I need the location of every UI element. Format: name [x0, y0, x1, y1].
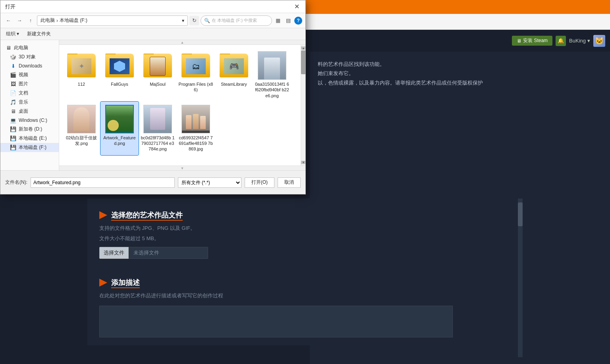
- file-anime3-thumb: [143, 105, 172, 133]
- sidebar-label-drive-e: 本地磁盘 (E:): [19, 135, 47, 142]
- scrollbar-thumb[interactable]: [518, 202, 523, 226]
- dialog-view-tiles-btn[interactable]: ▦: [274, 16, 282, 25]
- anime1-img: [258, 51, 286, 80]
- desktop-icon: 🖥: [10, 108, 16, 115]
- folder-fallguys-icon: [105, 54, 134, 77]
- folder-steam-icon: 🎮: [220, 54, 248, 77]
- folder-program-name: Program Files (x86): [178, 81, 213, 93]
- file-area-scrollbar[interactable]: ▲ ▼: [301, 45, 305, 166]
- desc-section-title: 添加描述: [111, 278, 140, 287]
- folder-program-files[interactable]: 🗂 Program Files (x86): [177, 48, 215, 102]
- organize-btn[interactable]: 组织 ▾: [4, 30, 21, 38]
- sidebar-item-computer[interactable]: 🖥 此电脑: [0, 43, 59, 52]
- upload-desc-2: 文件大小不能超过 5 MB。: [99, 235, 473, 242]
- description-textarea[interactable]: [99, 306, 453, 337]
- file-anime1[interactable]: 0aa31500134f1 6f620fbd940bf b22e6.png: [253, 48, 291, 102]
- dialog-forward-btn[interactable]: →: [15, 16, 24, 25]
- user-avatar[interactable]: 🐱: [593, 35, 605, 47]
- dialog-back-btn[interactable]: ←: [4, 16, 13, 25]
- sidebar-item-pictures[interactable]: 🖼 图片: [0, 79, 59, 89]
- dialog-bottom-bar: 文件名(N): 所有文件 (*.*) 打开(O) 取消: [0, 170, 305, 194]
- content-text-3: 以，色情或裸露，以及暴力内容。请举报此类艺术作品或任何受版权保护: [318, 78, 602, 87]
- scrollbar-thumb-dialog[interactable]: [301, 50, 305, 74]
- sidebar-label-windows: Windows (C:): [19, 117, 47, 123]
- sidebar-item-documents[interactable]: 📄 文档: [0, 89, 59, 98]
- artwork-img: [105, 105, 134, 133]
- scrollbar-down[interactable]: ▼: [301, 161, 305, 164]
- selected-file-display: 未选择文件: [129, 247, 208, 259]
- sidebar-item-video[interactable]: 🎬 视频: [0, 70, 59, 79]
- sidebar-item-drive-f[interactable]: 💾 本地磁盘 (F:): [0, 143, 59, 152]
- page-scrollbar[interactable]: [518, 198, 523, 357]
- folder-majsoul[interactable]: MajSoul: [139, 48, 177, 102]
- folder-steamlibrary[interactable]: 🎮 SteamLibrary: [215, 48, 253, 102]
- user-menu[interactable]: BuKing ▾: [569, 38, 590, 44]
- sidebar-label-downloads: Downloads: [19, 63, 42, 69]
- folder-112[interactable]: ✦ 112: [62, 48, 100, 102]
- sidebar-label-desktop: 桌面: [19, 108, 28, 115]
- folder-112-icon: ✦: [67, 54, 96, 77]
- drive-d-icon: 💾: [10, 126, 16, 133]
- search-placeholder: 在 本地磁盘 (F:) 中搜索: [212, 17, 257, 23]
- open-file-btn[interactable]: 打开(O): [245, 177, 274, 188]
- folder-steam-name: SteamLibrary: [221, 81, 247, 87]
- install-steam-btn[interactable]: 🖥 安装 Steam: [512, 36, 552, 46]
- music-icon: 🎵: [10, 99, 16, 106]
- upload-desc-1: 支持的文件格式为 JPG、PNG 以及 GIF。: [99, 225, 473, 232]
- scrollbar-up[interactable]: ▲: [301, 46, 305, 50]
- path-sep1: ›: [56, 18, 58, 23]
- sidebar-item-downloads[interactable]: ⬇ Downloads: [0, 62, 59, 70]
- scroll-up-arrow[interactable]: ▲: [59, 40, 305, 45]
- file-artwork-featured[interactable]: Artwork_Featured.png: [100, 102, 139, 155]
- sidebar-item-music[interactable]: 🎵 音乐: [0, 98, 59, 107]
- file-anime1-name: 0aa31500134f1 6f620fbd940bf b22e6.png: [255, 81, 290, 98]
- folder-program-thumb: 🗂: [181, 51, 210, 80]
- path-drive: 本地磁盘 (F:): [60, 17, 87, 24]
- sidebar-item-desktop[interactable]: 🖥 桌面: [0, 107, 59, 116]
- path-computer: 此电脑: [41, 17, 55, 24]
- sidebar-label-drive-f: 本地磁盘 (F:): [19, 144, 46, 151]
- file-anime3-name: bc0d28f73d48b 179032717764 e3784e.png: [140, 135, 175, 152]
- download-icon: ⬇: [10, 63, 16, 69]
- sidebar-label-computer: 此电脑: [14, 44, 28, 51]
- new-folder-btn[interactable]: 新建文件夹: [25, 30, 52, 38]
- dialog-path-bar[interactable]: 此电脑 › 本地磁盘 (F:) ▾: [37, 15, 188, 26]
- chevron-down-icon: ▾: [587, 38, 590, 44]
- folder-steam-thumb: 🎮: [220, 51, 248, 80]
- file-open-dialog: 打开 ✕ ← → ↑ 此电脑 › 本地磁盘 (F:) ▾ ↻ 🔍 在 本地磁盘 …: [0, 0, 306, 195]
- anime3-img: [143, 105, 172, 133]
- pictures-icon: 🖼: [10, 81, 16, 87]
- dialog-close-btn[interactable]: ✕: [293, 3, 301, 11]
- content-text-2: 她们束发布它。: [318, 69, 602, 78]
- file-grid: ✦ 112 FallGuys: [59, 45, 305, 166]
- file-photo[interactable]: cd699322f4547 7691af9e48159 7b869.jpg: [177, 102, 215, 155]
- file-anime2[interactable]: 02幼白甜千佳披发.png: [62, 102, 100, 155]
- sidebar-item-3d[interactable]: 🎲 3D 对象: [0, 52, 59, 62]
- sidebar-item-drive-d[interactable]: 💾 新加卷 (D:): [0, 125, 59, 134]
- filename-input[interactable]: [31, 177, 175, 188]
- dialog-up-btn[interactable]: ↑: [26, 16, 35, 25]
- filetype-select[interactable]: 所有文件 (*.*): [178, 177, 241, 188]
- file-photo-thumb: [181, 105, 210, 133]
- dialog-view-list-btn[interactable]: ▤: [284, 16, 293, 25]
- sidebar-label-documents: 文档: [19, 90, 28, 96]
- file-anime3[interactable]: bc0d28f73d48b 179032717764 e3784e.png: [139, 102, 177, 155]
- choose-file-btn[interactable]: 选择文件: [99, 247, 129, 259]
- scroll-down-arrow[interactable]: ▼: [59, 166, 305, 170]
- drive-e-icon: 💾: [10, 135, 16, 142]
- dialog-toolbar: ← → ↑ 此电脑 › 本地磁盘 (F:) ▾ ↻ 🔍 在 本地磁盘 (F:) …: [0, 13, 305, 28]
- dialog-help-btn[interactable]: ?: [294, 17, 302, 25]
- steam-header: 🖥 安装 Steam 🔔 BuKing ▾ 🐱: [310, 30, 610, 52]
- sidebar-item-drive-e[interactable]: 💾 本地磁盘 (E:): [0, 134, 59, 143]
- upload-section: 选择您的艺术作品文件 支持的文件格式为 JPG、PNG 以及 GIF。 文件大小…: [87, 198, 485, 271]
- folder-majsoul-thumb: [143, 51, 172, 80]
- folder-fallguys[interactable]: FallGuys: [100, 48, 139, 102]
- notification-bell[interactable]: 🔔: [556, 36, 566, 46]
- dialog-search-bar[interactable]: 🔍 在 本地磁盘 (F:) 中搜索: [201, 15, 272, 26]
- drive-f-icon: 💾: [10, 144, 16, 151]
- dialog-refresh-btn[interactable]: ↻: [189, 16, 199, 25]
- path-dropdown-icon[interactable]: ▾: [182, 18, 184, 23]
- sidebar-item-windows[interactable]: 💻 Windows (C:): [0, 116, 59, 125]
- cancel-dialog-btn[interactable]: 取消: [278, 177, 301, 188]
- dialog-titlebar: 打开 ✕: [0, 0, 305, 13]
